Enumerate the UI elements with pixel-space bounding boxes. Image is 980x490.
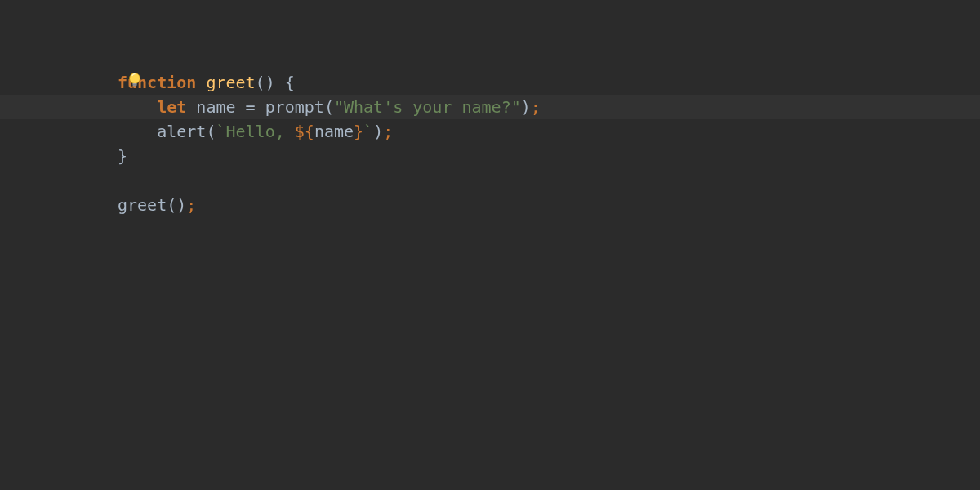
interp-open: ${ [295,122,314,141]
variable-name: name [196,97,235,117]
operator-assign: = [246,97,256,117]
brace-close: } [118,146,127,166]
call-prompt: prompt [265,97,324,117]
function-name: greet [206,73,255,92]
space [186,97,196,117]
call-greet: greet [118,195,167,215]
code-line[interactable]: } [0,144,980,168]
indent [118,119,157,144]
template-text: Hello, [225,122,294,141]
lightbulb-icon[interactable] [127,72,143,88]
code-line[interactable]: alert(`Hello, ${name}`); [0,119,980,144]
parens: () [167,195,186,215]
space [236,97,246,117]
keyword-let: let [157,97,186,117]
code-editor[interactable]: function greet() { let name = prompt("Wh… [0,0,980,490]
backtick: ` [216,122,225,141]
code-line[interactable]: greet(); [0,193,980,217]
variable-ref: name [314,122,354,141]
code-line[interactable]: function greet() { [0,70,980,95]
string-literal: "What's your name?" [334,97,521,117]
svg-point-0 [130,74,140,84]
paren-close: ) [521,97,531,117]
call-alert: alert [157,122,206,141]
semicolon: ; [186,195,196,215]
interp-close: } [354,122,363,141]
code-line-empty[interactable] [0,168,980,193]
indent [118,95,157,119]
semicolon: ; [531,97,541,117]
space [256,97,265,117]
backtick: ` [363,122,373,141]
paren-open: ( [206,122,216,141]
syntax-parens-brace: () { [256,73,295,92]
paren-open: ( [324,97,334,117]
code-line-active[interactable]: let name = prompt("What's your name?"); [0,95,980,119]
semicolon: ; [383,122,393,141]
paren-close: ) [373,122,383,141]
